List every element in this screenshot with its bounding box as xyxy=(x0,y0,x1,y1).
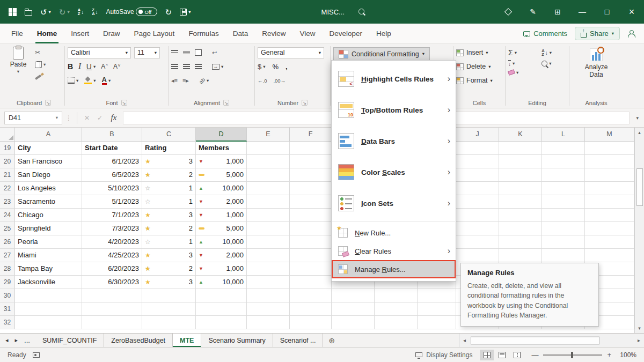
cell-b24[interactable]: 7/1/2023 xyxy=(82,209,142,222)
bottom-align-button[interactable] xyxy=(195,49,202,56)
cell-d21[interactable]: 5,000 xyxy=(196,168,247,182)
cell-d20[interactable]: ▼1,000 xyxy=(196,155,247,168)
cell-j20[interactable] xyxy=(456,155,499,168)
cell-c21[interactable]: ☆★2 xyxy=(142,168,196,182)
window-layout-icon[interactable]: ⊞ xyxy=(545,8,570,16)
cell-a28[interactable]: Tampa Bay xyxy=(15,262,82,276)
close-button[interactable]: × xyxy=(619,6,644,18)
cell-j19[interactable] xyxy=(456,142,499,155)
cell-c20[interactable]: ★3 xyxy=(142,155,196,168)
cell-m26[interactable] xyxy=(585,235,634,249)
cell-j27[interactable] xyxy=(456,249,499,262)
cell-h30[interactable] xyxy=(375,289,418,302)
cell-f32[interactable] xyxy=(290,316,332,329)
cell-l23[interactable] xyxy=(542,195,585,209)
column-header-e[interactable]: E xyxy=(247,128,290,142)
cell-l25[interactable] xyxy=(542,222,585,235)
vertical-scroll-thumb[interactable] xyxy=(636,168,643,206)
cell-e24[interactable] xyxy=(247,209,290,222)
zoom-level[interactable]: 100% xyxy=(616,351,636,359)
ribbon-tab-insert[interactable]: Insert xyxy=(64,24,96,43)
display-settings-button[interactable]: Display Settings xyxy=(415,351,472,359)
cell-e20[interactable] xyxy=(247,155,290,168)
ribbon-tab-draw[interactable]: Draw xyxy=(96,24,127,43)
vertical-scrollbar[interactable]: ▴ ▾ xyxy=(634,128,644,333)
cell-k24[interactable] xyxy=(499,209,542,222)
cell-e28[interactable] xyxy=(247,262,290,276)
cell-a30[interactable] xyxy=(15,289,82,302)
cell-b28[interactable]: 6/20/2023 xyxy=(82,262,142,276)
page-break-view-button[interactable] xyxy=(510,350,524,360)
cell-c31[interactable] xyxy=(142,302,196,316)
redo-button[interactable]: ↻▾ xyxy=(59,8,70,16)
row-header-20[interactable]: 20 xyxy=(0,155,15,168)
font-name-combo[interactable]: Calibri▾ xyxy=(68,47,131,58)
cell-j21[interactable] xyxy=(456,168,499,182)
cell-d30[interactable] xyxy=(196,289,247,302)
cell-b23[interactable]: 5/1/2023 xyxy=(82,195,142,209)
cell-c27[interactable]: ★3 xyxy=(142,249,196,262)
cell-e19[interactable] xyxy=(247,142,290,155)
column-header-l[interactable]: L xyxy=(542,128,585,142)
cell-f20[interactable] xyxy=(290,155,332,168)
next-sheet-icon[interactable]: ▸ xyxy=(15,337,18,344)
column-header-c[interactable]: C xyxy=(142,128,196,142)
column-header-m[interactable]: M xyxy=(585,128,634,142)
cell-e29[interactable] xyxy=(247,276,290,289)
minimize-button[interactable]: — xyxy=(570,8,595,16)
orientation-button[interactable]: ab▾ xyxy=(199,78,209,84)
cell-c24[interactable]: ★3 xyxy=(142,209,196,222)
cell-c32[interactable] xyxy=(142,316,196,329)
cell-c28[interactable]: ☆★2 xyxy=(142,262,196,276)
maximize-button[interactable]: □ xyxy=(595,8,619,16)
cell-a25[interactable]: Springfield xyxy=(15,222,82,235)
merge-center-button[interactable]: ↔▾ xyxy=(212,64,223,70)
cell-g30[interactable] xyxy=(332,289,375,302)
cf-menu-item-new-rule[interactable]: New Rule... xyxy=(332,224,456,242)
autosum-button[interactable]: Σ▾ xyxy=(508,48,533,57)
cell-l19[interactable] xyxy=(542,142,585,155)
cf-menu-item-data-bars[interactable]: Data Bars› xyxy=(332,125,456,157)
borders-button[interactable]: ▾ xyxy=(68,77,78,84)
cell-e21[interactable] xyxy=(247,168,290,182)
row-header-21[interactable]: 21 xyxy=(0,168,15,182)
horizontal-scroll-thumb[interactable] xyxy=(471,336,599,344)
cell-b30[interactable] xyxy=(82,289,142,302)
cell-b25[interactable]: 7/3/2023 xyxy=(82,222,142,235)
cell-b26[interactable]: 4/20/2023 xyxy=(82,235,142,249)
cell-f23[interactable] xyxy=(290,195,332,209)
accounting-format-button[interactable]: $▾ xyxy=(258,63,266,71)
cf-menu-item-clear-rules[interactable]: Clear Rules› xyxy=(332,242,456,260)
zoom-slider[interactable] xyxy=(543,354,602,356)
cell-i30[interactable] xyxy=(418,289,456,302)
cell-a23[interactable]: Sacramento xyxy=(15,195,82,209)
ribbon-tab-help[interactable]: Help xyxy=(369,24,398,43)
cell-l22[interactable] xyxy=(542,182,585,195)
cell-f28[interactable] xyxy=(290,262,332,276)
align-right-button[interactable] xyxy=(195,64,202,69)
cell-d25[interactable]: 5,000 xyxy=(196,222,247,235)
cell-m25[interactable] xyxy=(585,222,634,235)
cell-d24[interactable]: ▼1,000 xyxy=(196,209,247,222)
autosave-control[interactable]: AutoSave Off xyxy=(106,8,157,16)
ribbon-tab-page-layout[interactable]: Page Layout xyxy=(127,24,182,43)
cell-l26[interactable] xyxy=(542,235,585,249)
column-header-b[interactable]: B xyxy=(82,128,142,142)
cell-d27[interactable]: ▼2,000 xyxy=(196,249,247,262)
cell-i31[interactable] xyxy=(418,302,456,316)
cell-m21[interactable] xyxy=(585,168,634,182)
people-icon[interactable] xyxy=(627,30,635,37)
cell-f26[interactable] xyxy=(290,235,332,249)
new-sheet-button[interactable]: ⊕ xyxy=(323,334,340,347)
cell-b32[interactable] xyxy=(82,316,142,329)
cell-i32[interactable] xyxy=(418,316,456,329)
cell-g31[interactable] xyxy=(332,302,375,316)
cell-f22[interactable] xyxy=(290,182,332,195)
row-header-23[interactable]: 23 xyxy=(0,195,15,209)
cell-f27[interactable] xyxy=(290,249,332,262)
select-all-button[interactable] xyxy=(0,128,15,142)
cf-menu-item-top-bottom-rules[interactable]: Top/Bottom Rules› xyxy=(332,94,456,125)
cell-k23[interactable] xyxy=(499,195,542,209)
cell-c29[interactable]: ★3 xyxy=(142,276,196,289)
cell-b29[interactable]: 6/30/2023 xyxy=(82,276,142,289)
